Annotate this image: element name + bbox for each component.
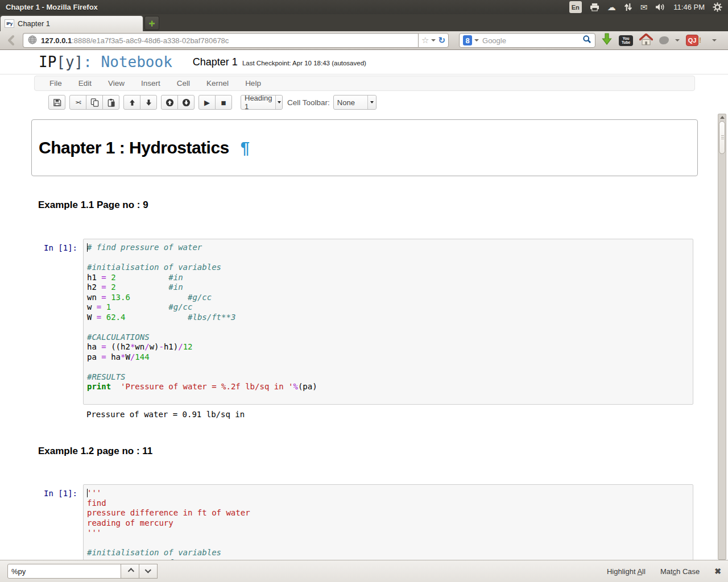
notebook-toolbar: ✂ (0, 94, 728, 110)
save-button[interactable] (48, 95, 65, 110)
paste-icon (107, 98, 115, 107)
find-next-button[interactable] (139, 564, 158, 579)
url-path: :8888/e1a7f3a5-a8c9-48d6-a338-02baf78067… (72, 36, 229, 45)
cell-toolbar-label: Cell Toolbar: (287, 98, 330, 107)
bookmark-dropdown-icon[interactable] (431, 39, 436, 41)
cell-toolbar-select[interactable]: None (333, 95, 377, 110)
code-input-1[interactable]: # find pressure of water #initialisation… (83, 239, 693, 405)
search-bar[interactable]: 8 (459, 33, 595, 48)
notebook-menubar: File Edit View Insert Cell Kernel Help (34, 76, 695, 91)
google-logo-icon: 8 (463, 35, 472, 45)
cell-type-caret (275, 95, 282, 109)
circle-arrow-up-icon (166, 98, 174, 107)
example-1-heading: Example 1.1 Page no : 9 (38, 199, 728, 211)
url-host: 127.0.0.1 (41, 36, 72, 45)
move-cell-down-button[interactable] (140, 95, 157, 110)
reload-icon[interactable]: ↻ (438, 35, 445, 45)
chevron-up-icon (127, 568, 134, 574)
navigation-toolbar: 127.0.0.1:8888/e1a7f3a5-a8c9-48d6-a338-0… (0, 31, 728, 50)
scrollbar-grip (721, 135, 724, 136)
paste-cell-button[interactable] (102, 95, 119, 110)
url-bar[interactable]: 127.0.0.1:8888/e1a7f3a5-a8c9-48d6-a338-0… (23, 33, 418, 48)
menu-insert[interactable]: Insert (141, 79, 160, 88)
new-tab-button[interactable]: + (144, 16, 159, 30)
cell-toolbar-value: None (334, 98, 367, 107)
volume-icon[interactable] (655, 1, 665, 13)
find-input[interactable] (7, 564, 121, 579)
menu-kernel[interactable]: Kernel (206, 79, 229, 88)
scissors-icon: ✂ (75, 99, 81, 106)
cell-type-select[interactable]: Heading 1 (241, 95, 283, 110)
scrollbar-thumb[interactable] (719, 121, 725, 154)
heading-cell[interactable]: Chapter 1 : Hydrostatics ¶ (31, 119, 698, 176)
run-cell-button[interactable]: ▶ (198, 95, 216, 110)
anchor-pilcrow[interactable]: ¶ (241, 139, 250, 157)
menu-view[interactable]: View (108, 79, 125, 88)
tab-title: Chapter 1 (18, 19, 50, 28)
notebook-title[interactable]: Chapter 1 (193, 56, 238, 68)
menu-help[interactable]: Help (245, 79, 261, 88)
back-button[interactable] (3, 34, 19, 47)
cell-toolbar-caret (367, 95, 376, 109)
circle-arrow-down-icon (182, 98, 191, 107)
text-cursor (87, 489, 88, 497)
text-cursor (87, 243, 88, 252)
interrupt-kernel-button[interactable]: ■ (215, 95, 232, 110)
window-title: Chapter 1 - Mozilla Firefox (6, 3, 569, 11)
find-close-icon[interactable]: ✖ (714, 567, 721, 576)
keyboard-layout-indicator[interactable]: En (569, 1, 582, 13)
system-tray: En ☁ ✉ 11:46 PM (569, 1, 722, 13)
scrollbar-up-arrow-icon[interactable] (720, 116, 725, 119)
search-input[interactable] (482, 36, 582, 45)
tab-chapter-1[interactable]: IPy Chapter 1 (0, 15, 143, 31)
logo-y: [y] (56, 53, 83, 70)
code-input-2[interactable]: '''findpressure difference in ft of wate… (83, 484, 693, 560)
search-magnifier-icon[interactable] (582, 35, 592, 46)
addon-dropdown-icon[interactable] (675, 39, 680, 41)
input-prompt: In [1]: (0, 484, 83, 560)
home-icon[interactable] (639, 34, 653, 48)
code-cell-2[interactable]: In [1]: '''findpressure difference in ft… (0, 484, 728, 560)
qj-bang: ! (699, 36, 701, 44)
find-previous-button[interactable] (121, 564, 139, 579)
screen: Chapter 1 - Mozilla Firefox En ☁ ✉ 11:46… (0, 0, 728, 582)
bookmark-star-icon[interactable]: ☆ (421, 35, 429, 45)
cell-1-output: Pressure of water = 0.91 lb/sq in (86, 410, 728, 419)
menu-edit[interactable]: Edit (78, 79, 92, 88)
session-gear-icon[interactable] (713, 1, 722, 13)
code-cell-1[interactable]: In [1]: # find pressure of water #initia… (0, 239, 728, 405)
addon-blob-icon[interactable] (659, 36, 669, 44)
network-icon[interactable] (624, 1, 632, 13)
insert-cell-above-button[interactable] (161, 95, 178, 110)
match-case-button[interactable]: Match Case (660, 567, 700, 576)
ipython-logo[interactable]: IP[y]: Notebook (39, 53, 172, 70)
logo-ip: IP (39, 53, 56, 70)
arrow-up-icon (129, 99, 136, 106)
example-2-heading: Example 1.2 page no : 11 (38, 446, 728, 457)
menu-cell[interactable]: Cell (177, 79, 190, 88)
chevron-down-icon (144, 567, 151, 573)
highlight-all-button[interactable]: Highlight All (607, 567, 646, 576)
insert-cell-below-button[interactable] (177, 95, 195, 110)
qj-addon-icon[interactable]: QJ ! (686, 35, 701, 46)
menu-file[interactable]: File (49, 79, 62, 88)
youtube-icon-bottom: Tube (622, 40, 630, 44)
clock[interactable]: 11:46 PM (673, 1, 705, 13)
stop-icon: ■ (221, 98, 226, 107)
arrow-down-icon (145, 99, 152, 106)
mail-icon[interactable]: ✉ (640, 1, 648, 13)
site-globe-icon (28, 35, 37, 46)
search-engine-dropdown-icon[interactable] (474, 39, 479, 41)
move-cell-up-button[interactable] (123, 95, 140, 110)
input-prompt: In [1]: (0, 239, 83, 405)
find-bar: Highlight All Match Case ✖ (0, 560, 728, 582)
cloud-sync-icon[interactable]: ☁ (607, 1, 616, 13)
printer-icon[interactable] (590, 1, 599, 13)
youtube-icon[interactable]: You Tube (619, 35, 633, 46)
copy-cell-button[interactable] (86, 95, 103, 110)
page-scrollbar[interactable] (718, 114, 726, 560)
qj-dropdown-icon[interactable] (712, 39, 717, 41)
cut-cell-button[interactable]: ✂ (69, 95, 86, 110)
browser-viewport: IP[y]: Notebook Chapter 1 Last Checkpoin… (0, 50, 728, 560)
download-arrow-icon[interactable] (601, 33, 613, 48)
